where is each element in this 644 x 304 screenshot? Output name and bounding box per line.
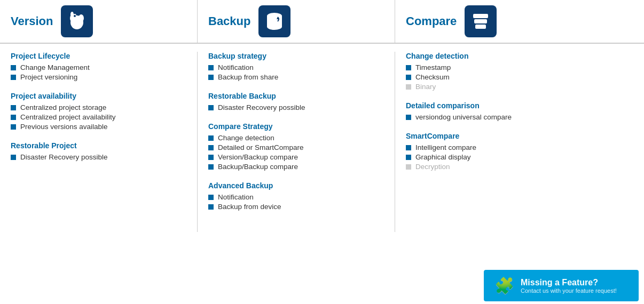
list-item: Change Management (11, 63, 186, 71)
missing-feature-banner[interactable]: 🧩 Missing a Feature? Contact us with you… (484, 270, 639, 301)
missing-feature-title: Missing a Feature? (521, 278, 617, 287)
compare-column: Change detection Timestamp Checksum Bina… (395, 52, 644, 232)
list-item: Disaster Recovery possible (11, 153, 186, 161)
bullet-icon (208, 204, 214, 210)
list-item-disabled: Decryption (406, 163, 633, 171)
compare-section-2-title: SmartCompare (406, 132, 633, 140)
list-item: Change detection (208, 134, 384, 142)
missing-feature-text: Missing a Feature? Contact us with your … (521, 278, 617, 294)
bullet-icon (208, 164, 214, 170)
list-item: Backup from device (208, 203, 384, 211)
version-section-1-items: Centralized project storage Centralized … (11, 103, 186, 131)
version-icon (61, 5, 93, 37)
compare-section-1: Detailed comparison versiondog universal… (406, 101, 633, 121)
bullet-icon (406, 145, 411, 150)
list-item: Centralized project availability (11, 113, 186, 121)
bullet-icon (11, 105, 16, 110)
version-title: Version (11, 14, 53, 28)
content-row: Project Lifecycle Change Management Proj… (0, 44, 644, 232)
backup-section-2-title: Compare Strategy (208, 122, 384, 131)
svg-rect-13 (474, 19, 487, 23)
version-section-0: Project Lifecycle Change Management Proj… (11, 52, 186, 81)
main-container: Version Backup (0, 0, 644, 304)
compare-section-1-title: Detailed comparison (406, 101, 633, 110)
bullet-icon (11, 75, 16, 80)
backup-column: Backup strategy Notification Backup from… (198, 52, 395, 232)
bullet-icon (208, 155, 214, 160)
bullet-disabled-icon (406, 84, 411, 90)
bullet-disabled-icon (406, 164, 411, 170)
bullet-icon (208, 135, 214, 141)
backup-section-0-title: Backup strategy (208, 52, 384, 60)
bullet-icon (406, 155, 411, 160)
backup-section-1-items: Disaster Recovery possible (208, 103, 384, 111)
version-section-2-title: Restorable Project (11, 141, 186, 150)
backup-icon (258, 5, 290, 37)
bullet-icon (208, 105, 214, 110)
list-item: Timestamp (406, 63, 633, 71)
version-section-1: Project availability Centralized project… (11, 92, 186, 131)
compare-section-2-items: Intelligent compare Graphical display De… (406, 143, 633, 171)
list-item: Backup/Backup compare (208, 163, 384, 171)
svg-rect-14 (475, 25, 486, 29)
list-item: Notification (208, 63, 384, 71)
svg-point-10 (267, 23, 282, 30)
backup-title: Backup (208, 14, 250, 28)
list-item: Notification (208, 193, 384, 201)
list-item: versiondog universal compare (406, 113, 633, 121)
version-section-0-items: Change Management Project versioning (11, 63, 186, 81)
list-item-disabled: Binary (406, 83, 633, 91)
svg-point-2 (78, 14, 84, 22)
list-item: Version/Backup compare (208, 153, 384, 161)
version-section-2-items: Disaster Recovery possible (11, 153, 186, 161)
bullet-icon (208, 195, 214, 200)
backup-section-3-title: Advanced Backup (208, 181, 384, 190)
bullet-icon (11, 115, 16, 120)
list-item: Detailed or SmartCompare (208, 143, 384, 151)
compare-section-2: SmartCompare Intelligent compare Graphic… (406, 132, 633, 171)
bullet-icon (406, 115, 411, 120)
compare-section-1-items: versiondog universal compare (406, 113, 633, 121)
svg-point-4 (74, 15, 76, 17)
header-version: Version (0, 0, 198, 43)
backup-section-3-items: Notification Backup from device (208, 193, 384, 211)
backup-section-0-items: Notification Backup from share (208, 63, 384, 81)
compare-section-0-title: Change detection (406, 52, 633, 60)
svg-point-5 (70, 12, 74, 17)
backup-section-2-items: Change detection Detailed or SmartCompar… (208, 134, 384, 171)
list-item: Previous versions available (11, 123, 186, 131)
bullet-icon (406, 75, 411, 80)
list-item: Centralized project storage (11, 103, 186, 111)
compare-icon (465, 5, 497, 37)
list-item: Graphical display (406, 153, 633, 161)
header-compare: Compare (395, 0, 644, 43)
list-item: Disaster Recovery possible (208, 103, 384, 111)
bullet-icon (208, 65, 214, 70)
bullet-icon (208, 75, 214, 80)
compare-section-0: Change detection Timestamp Checksum Bina… (406, 52, 633, 91)
compare-title: Compare (406, 14, 457, 28)
list-item: Checksum (406, 73, 633, 81)
backup-section-2: Compare Strategy Change detection Detail… (208, 122, 384, 171)
bullet-icon (11, 65, 16, 70)
version-section-1-title: Project availability (11, 92, 186, 100)
list-item: Project versioning (11, 73, 186, 81)
bullet-icon (11, 155, 16, 160)
compare-section-0-items: Timestamp Checksum Binary (406, 63, 633, 91)
version-section-0-title: Project Lifecycle (11, 52, 186, 60)
header-backup: Backup (198, 0, 395, 43)
list-item: Backup from share (208, 73, 384, 81)
missing-feature-subtitle: Contact us with your feature request! (521, 287, 617, 294)
header-row: Version Backup (0, 0, 644, 44)
list-item: Intelligent compare (406, 143, 633, 151)
backup-section-1-title: Restorable Backup (208, 92, 384, 100)
backup-section-0: Backup strategy Notification Backup from… (208, 52, 384, 81)
bullet-icon (406, 65, 411, 70)
version-section-2: Restorable Project Disaster Recovery pos… (11, 141, 186, 161)
backup-section-1: Restorable Backup Disaster Recovery poss… (208, 92, 384, 111)
bullet-icon (208, 145, 214, 150)
bullet-icon (11, 124, 16, 130)
backup-section-3: Advanced Backup Notification Backup from… (208, 181, 384, 211)
version-column: Project Lifecycle Change Management Proj… (0, 52, 198, 232)
svg-rect-12 (473, 14, 488, 18)
